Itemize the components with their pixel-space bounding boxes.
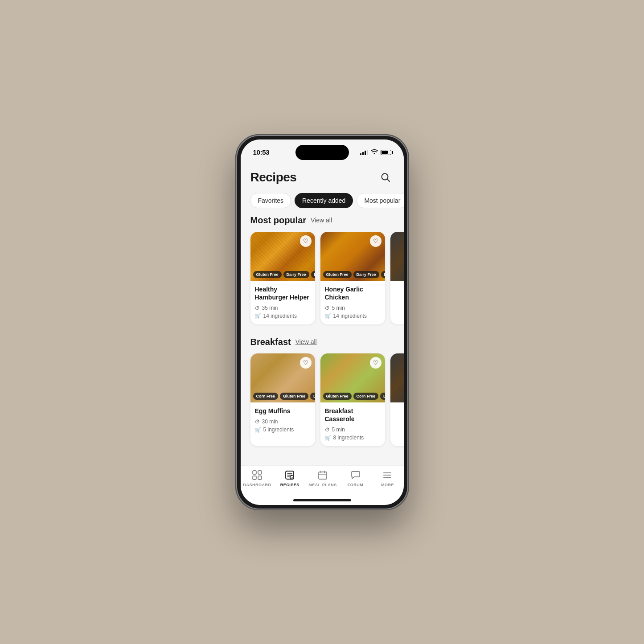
forum-icon xyxy=(351,470,361,481)
ingredients-value: 14 ingredients xyxy=(263,313,297,319)
favorite-icon[interactable]: ♡ xyxy=(300,357,312,369)
app-content[interactable]: Recipes Favorites Recently added Most po… xyxy=(241,162,404,465)
phone-screen: 10:53 xyxy=(241,139,404,505)
most-popular-header: Most popular View all xyxy=(250,215,394,226)
svg-rect-2 xyxy=(253,471,256,474)
nav-recipes[interactable]: ⊕ RECIPES xyxy=(276,470,303,487)
meal-plans-icon xyxy=(318,470,328,481)
card-meta: ⏱ 5 min 🛒 8 ingredients xyxy=(325,427,381,441)
tab-most-popular[interactable]: Most popular xyxy=(357,193,403,208)
card-body: Healthy Hamburger Helper ⏱ 35 min 🛒 14 i… xyxy=(250,281,315,324)
ingredients-meta: 🛒 14 ingredients xyxy=(255,313,311,319)
breakfast-title: Breakfast xyxy=(250,337,291,347)
svg-text:⊕: ⊕ xyxy=(291,477,293,480)
time-meta: ⏱ 30 min xyxy=(255,418,311,425)
tag-corn-free: Corn Free xyxy=(353,393,379,400)
home-bar xyxy=(293,499,351,501)
tag-gluten-free: Gluten Free xyxy=(323,393,352,400)
time-meta: ⏱ 5 min xyxy=(325,305,381,311)
favorite-icon[interactable]: ♡ xyxy=(370,357,381,369)
card-title: Healthy Hamburger Helper xyxy=(255,285,311,301)
tag-extra: E xyxy=(381,271,385,278)
card-partial-2[interactable] xyxy=(390,353,404,446)
battery-icon xyxy=(381,150,391,155)
dashboard-icon xyxy=(252,470,262,481)
nav-recipes-label: RECIPES xyxy=(280,483,299,487)
time-value: 35 min xyxy=(262,305,278,311)
ingredients-value: 14 ingredients xyxy=(333,313,367,319)
nav-meal-plans[interactable]: MEAL PLANS xyxy=(308,470,336,487)
nav-more[interactable]: MORE xyxy=(374,470,401,487)
card-partial-1[interactable] xyxy=(390,232,404,324)
card-honey-garlic-chicken[interactable]: ♡ Gluten Free Dairy Free E Honey Garlic … xyxy=(320,232,385,324)
breakfast-cards: ♡ Corn Free Gluten Free D Egg Muffins xyxy=(241,353,404,448)
bottom-nav: DASHBOARD ⊕ RECIPES xyxy=(241,465,404,496)
favorite-icon[interactable]: ♡ xyxy=(300,235,312,247)
filter-tabs: Favorites Recently added Most popular xyxy=(241,191,404,215)
tag-gluten-free: Gluten Free xyxy=(323,271,352,278)
svg-line-1 xyxy=(387,179,390,181)
clock-icon: ⏱ xyxy=(255,305,260,311)
ingredients-value: 5 ingredients xyxy=(263,427,294,433)
tag-dairy-free: Dairy Free xyxy=(353,271,379,278)
card-image: ♡ Gluten Free Corn Free E xyxy=(320,353,385,402)
ingredients-meta: 🛒 8 ingredients xyxy=(325,435,381,441)
cart-icon: 🛒 xyxy=(325,435,331,441)
phone-frame: 10:53 xyxy=(235,134,409,510)
status-icons xyxy=(360,149,391,156)
svg-rect-4 xyxy=(253,476,256,480)
card-image-partial xyxy=(390,353,404,402)
card-meta: ⏱ 35 min 🛒 14 ingredients xyxy=(255,305,311,319)
nav-forum[interactable]: FORUM xyxy=(342,470,369,487)
time-meta: ⏱ 35 min xyxy=(255,305,311,311)
breakfast-view-all[interactable]: View all xyxy=(295,338,317,345)
card-tags: Gluten Free Dairy Free E xyxy=(253,271,315,278)
most-popular-view-all[interactable]: View all xyxy=(311,217,332,224)
card-tags: Gluten Free Corn Free E xyxy=(323,393,385,400)
svg-rect-3 xyxy=(258,471,262,474)
most-popular-cards: ♡ Gluten Free Dairy Free E Healthy Hambu… xyxy=(241,232,404,326)
card-tags: Gluten Free Dairy Free E xyxy=(323,271,385,278)
svg-rect-5 xyxy=(258,476,262,480)
wifi-icon xyxy=(371,149,378,156)
cart-icon: 🛒 xyxy=(255,427,261,433)
clock-icon: ⏱ xyxy=(255,419,260,424)
cart-icon: 🛒 xyxy=(255,313,261,319)
time-value: 5 min xyxy=(332,305,345,311)
search-button[interactable] xyxy=(377,169,394,186)
tab-recently-added[interactable]: Recently added xyxy=(295,193,353,208)
signal-icon xyxy=(360,150,368,155)
page-title: Recipes xyxy=(250,170,297,185)
app-header: Recipes xyxy=(241,162,404,191)
ingredients-value: 8 ingredients xyxy=(333,435,364,441)
card-breakfast-casserole[interactable]: ♡ Gluten Free Corn Free E Breakfast Cass… xyxy=(320,353,385,446)
favorite-icon[interactable]: ♡ xyxy=(370,235,381,247)
card-title: Honey Garlic Chicken xyxy=(325,285,381,301)
tag-gluten-free: Gluten Free xyxy=(280,393,308,400)
nav-dashboard[interactable]: DASHBOARD xyxy=(243,470,271,487)
time-value: 30 min xyxy=(262,418,278,425)
nav-more-label: MORE xyxy=(381,483,394,487)
cart-icon: 🛒 xyxy=(325,313,331,319)
card-meta: ⏱ 30 min 🛒 5 ingredients xyxy=(255,418,311,433)
svg-rect-12 xyxy=(319,472,327,479)
card-hamburger-helper[interactable]: ♡ Gluten Free Dairy Free E Healthy Hambu… xyxy=(250,232,315,324)
ingredients-meta: 🛒 5 ingredients xyxy=(255,427,311,433)
more-icon xyxy=(382,470,392,481)
tag-extra: E xyxy=(380,393,385,400)
time-meta: ⏱ 5 min xyxy=(325,427,381,433)
card-egg-muffins[interactable]: ♡ Corn Free Gluten Free D Egg Muffins xyxy=(250,353,315,446)
clock-icon: ⏱ xyxy=(325,427,330,432)
ingredients-meta: 🛒 14 ingredients xyxy=(325,313,381,319)
home-indicator xyxy=(241,496,404,505)
time-value: 5 min xyxy=(332,427,345,433)
breakfast-header: Breakfast View all xyxy=(250,337,394,347)
card-image: ♡ Gluten Free Dairy Free E xyxy=(320,232,385,281)
card-meta: ⏱ 5 min 🛒 14 ingredients xyxy=(325,305,381,319)
tag-extra: E xyxy=(311,271,315,278)
card-image: ♡ Gluten Free Dairy Free E xyxy=(250,232,315,281)
tab-favorites[interactable]: Favorites xyxy=(250,193,291,208)
card-tags: Corn Free Gluten Free D xyxy=(253,393,315,400)
card-body: Breakfast Casserole ⏱ 5 min 🛒 8 ingredie… xyxy=(320,402,385,446)
tag-gluten-free: Gluten Free xyxy=(253,271,282,278)
